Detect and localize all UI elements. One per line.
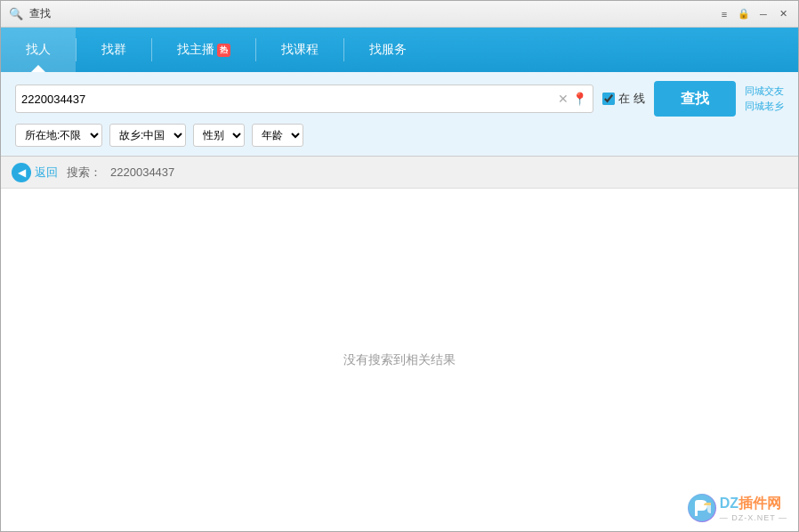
- back-button[interactable]: ◀ 返回: [12, 163, 58, 182]
- clear-icon[interactable]: ✕: [558, 92, 569, 106]
- watermark-logo: [688, 494, 716, 522]
- search-area: ✕ 📍 在 线 查找 同城交友 同城老乡 所在地:不限 故乡:中国: [1, 72, 798, 157]
- watermark-sub-text: — DZ-X.NET —: [720, 513, 787, 522]
- location-filter[interactable]: 所在地:不限: [15, 124, 102, 147]
- window-title: 查找: [29, 6, 716, 21]
- no-result-message: 没有搜索到相关结果: [343, 352, 456, 368]
- online-label: 在 线: [618, 91, 645, 107]
- nav-people-label: 找人: [26, 42, 51, 58]
- nav-find-group[interactable]: 找群: [77, 28, 151, 72]
- nav-find-people[interactable]: 找人: [1, 28, 76, 72]
- main-window: 🔍 查找 ≡ 🔒 ─ ✕ 找人 找群 找主播 热 找课程 找服务: [0, 0, 799, 532]
- watermark-main-text: DZ插件网: [720, 495, 787, 513]
- watermark: DZ插件网 — DZ-X.NET —: [688, 494, 787, 522]
- search-input-wrap: ✕ 📍: [15, 85, 593, 113]
- search-query-display: 2220034437: [110, 165, 174, 179]
- back-icon: ◀: [12, 163, 31, 182]
- nav-broadcaster-label: 找主播: [177, 42, 214, 58]
- search-input[interactable]: [21, 93, 558, 106]
- watermark-text-block: DZ插件网 — DZ-X.NET —: [720, 495, 787, 522]
- menu-btn[interactable]: ≡: [716, 6, 732, 22]
- results-content: 没有搜索到相关结果 DZ插件网 — DZ-X.NET —: [1, 189, 798, 531]
- nav-group-label: 找群: [101, 42, 126, 58]
- city-hometown-link[interactable]: 同城老乡: [745, 100, 784, 113]
- nav-service-label: 找服务: [369, 42, 407, 58]
- minimize-btn[interactable]: ─: [755, 6, 771, 22]
- watermark-logo-svg: [688, 494, 716, 522]
- gender-filter[interactable]: 性别: [193, 124, 245, 147]
- search-prefix: 搜索：: [67, 165, 101, 181]
- results-header: ◀ 返回 搜索： 2220034437: [1, 157, 798, 189]
- nav-find-service[interactable]: 找服务: [344, 28, 432, 72]
- age-filter[interactable]: 年龄: [252, 124, 303, 147]
- back-label: 返回: [35, 165, 58, 181]
- city-links: 同城交友 同城老乡: [745, 85, 784, 113]
- locate-icon[interactable]: 📍: [572, 92, 587, 106]
- search-row-1: ✕ 📍 在 线 查找 同城交友 同城老乡: [15, 81, 784, 117]
- navbar: 找人 找群 找主播 热 找课程 找服务: [1, 28, 798, 72]
- titlebar: 🔍 查找 ≡ 🔒 ─ ✕: [1, 1, 798, 28]
- app-icon: 🔍: [8, 6, 24, 22]
- lock-btn[interactable]: 🔒: [736, 6, 752, 22]
- nav-find-broadcaster[interactable]: 找主播 热: [152, 28, 255, 72]
- city-friend-link[interactable]: 同城交友: [745, 85, 784, 98]
- window-controls: ≡ 🔒 ─ ✕: [716, 6, 791, 22]
- nav-find-course[interactable]: 找课程: [256, 28, 343, 72]
- hometown-filter[interactable]: 故乡:中国: [109, 124, 186, 147]
- online-filter: 在 线: [602, 91, 645, 107]
- hot-badge: 热: [217, 44, 230, 57]
- search-row-2: 所在地:不限 故乡:中国 性别 年龄: [15, 124, 784, 147]
- close-btn[interactable]: ✕: [775, 6, 791, 22]
- search-button[interactable]: 查找: [654, 81, 736, 117]
- nav-course-label: 找课程: [281, 42, 319, 58]
- input-icons: ✕ 📍: [558, 92, 587, 106]
- online-checkbox[interactable]: [602, 93, 615, 105]
